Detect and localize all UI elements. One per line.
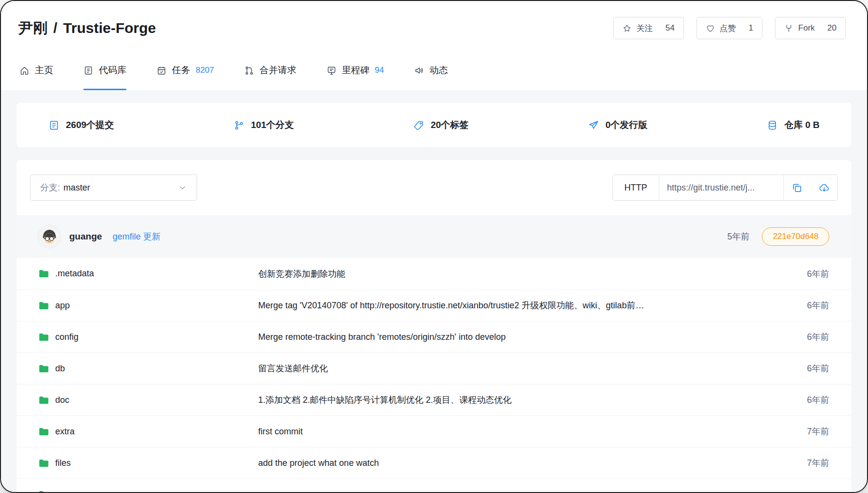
stat-commits[interactable]: 2609个提交 xyxy=(48,119,114,131)
stat-commits-label: 2609个提交 xyxy=(66,119,114,131)
file-row[interactable]: extra first commit 7年前 xyxy=(16,415,852,447)
tab-merge-requests[interactable]: 合并请求 xyxy=(244,50,296,90)
folder-icon xyxy=(38,426,49,437)
file-name[interactable]: files xyxy=(55,458,71,468)
stat-releases-label: 0个发行版 xyxy=(605,119,648,131)
file-row[interactable]: config Merge remote-tracking branch 'rem… xyxy=(16,321,852,352)
file-name[interactable]: extra xyxy=(55,427,75,437)
file-name[interactable]: .metadata xyxy=(55,269,94,279)
tab-code-label: 代码库 xyxy=(99,64,126,77)
latest-commit-bar: guange gemfile 更新 5年前 221e70d648 xyxy=(16,215,852,258)
file-list: .metadata 创新竞赛添加删除功能 6年前 app Merge tag '… xyxy=(16,258,852,492)
tab-merge-requests-label: 合并请求 xyxy=(260,64,296,77)
praise-count: 1 xyxy=(749,23,753,33)
stat-releases[interactable]: 0个发行版 xyxy=(588,119,648,131)
branch-selector[interactable]: 分支: master xyxy=(30,175,197,201)
tab-milestones[interactable]: 里程碑 94 xyxy=(326,50,384,90)
download-button[interactable] xyxy=(810,175,837,200)
file-name-cell[interactable]: db xyxy=(38,363,258,374)
branch-value: master xyxy=(63,183,90,193)
stat-tags-label: 20个标签 xyxy=(431,119,468,131)
repo-tabs: 主页 代码库 任务 8207 合并请求 里程碑 94 xyxy=(1,50,867,90)
file-commit-time: 7年前 xyxy=(790,457,829,469)
stat-tags[interactable]: 20个标签 xyxy=(413,119,468,131)
praise-button[interactable]: 点赞 1 xyxy=(697,17,762,39)
file-name-cell[interactable]: doc xyxy=(38,395,258,406)
stat-repo-size-label: 仓库 0 B xyxy=(784,119,820,131)
folder-icon xyxy=(38,458,49,469)
file-commit-message[interactable]: 创新竞赛添加删除功能 xyxy=(258,268,790,280)
cloud-download-icon xyxy=(819,182,830,193)
file-commit-time: 7年前 xyxy=(790,426,829,437)
file-commit-time: 6年前 xyxy=(790,268,829,280)
file-row[interactable]: files add the project what one watch 7年前 xyxy=(16,447,852,478)
tab-milestones-count: 94 xyxy=(375,65,384,75)
file-commit-time: 6年前 xyxy=(790,363,829,374)
file-commit-time: 6年前 xyxy=(790,394,829,406)
file-commit-message[interactable]: Merge remote-tracking branch 'remotes/or… xyxy=(258,332,790,342)
commit-author[interactable]: guange xyxy=(69,231,102,242)
copy-url-button[interactable] xyxy=(783,175,810,200)
tab-issues-count: 8207 xyxy=(196,65,214,75)
repo-owner-link[interactable]: 尹刚 xyxy=(18,18,47,38)
commit-hash-badge[interactable]: 221e70d648 xyxy=(762,227,829,246)
file-name[interactable]: app xyxy=(55,301,70,311)
activity-icon xyxy=(414,65,424,76)
file-commit-message[interactable]: add the project what one watch xyxy=(258,458,790,468)
file-commit-message[interactable]: Merge tag 'V20140708' of http://reposito… xyxy=(258,300,790,311)
file-name-cell[interactable] xyxy=(38,489,258,493)
folder-icon xyxy=(38,300,49,311)
tab-issues[interactable]: 任务 8207 xyxy=(156,50,214,90)
file-name-cell[interactable]: extra xyxy=(38,426,258,437)
tag-icon xyxy=(413,120,424,131)
file-name[interactable]: config xyxy=(55,332,78,342)
file-browser-card: 分支: master HTTP xyxy=(16,160,852,492)
protocol-button[interactable]: HTTP xyxy=(613,175,659,200)
file-row[interactable]: doc 1.添加文档 2.邮件中缺陷序号计算机制优化 2.项目、课程动态优化 6… xyxy=(16,384,852,415)
stat-branches[interactable]: 101个分支 xyxy=(233,119,294,131)
tab-home[interactable]: 主页 xyxy=(19,50,53,90)
praise-label: 点赞 xyxy=(720,23,736,34)
stat-branches-label: 101个分支 xyxy=(251,119,294,131)
file-commit-message[interactable]: first commit xyxy=(258,427,790,437)
fork-button[interactable]: Fork 20 xyxy=(775,17,846,39)
tab-home-label: 主页 xyxy=(35,64,53,77)
tab-code[interactable]: 代码库 xyxy=(83,50,126,90)
file-name-cell[interactable]: .metadata xyxy=(38,268,258,279)
file-name-cell[interactable]: app xyxy=(38,300,258,311)
avatar[interactable] xyxy=(38,225,61,248)
repo-page-window: 尹刚 / Trustie-Forge 关注 54 点赞 1 xyxy=(0,0,868,493)
star-icon xyxy=(622,24,632,33)
home-icon xyxy=(19,65,30,76)
watch-label: 关注 xyxy=(636,23,653,34)
repo-name-link[interactable]: Trustie-Forge xyxy=(63,20,156,36)
watch-button[interactable]: 关注 54 xyxy=(613,17,684,39)
branch-label: 分支: xyxy=(40,182,60,193)
header: 尹刚 / Trustie-Forge 关注 54 点赞 1 xyxy=(1,1,867,50)
tab-issues-label: 任务 xyxy=(172,64,190,77)
clone-url-input[interactable] xyxy=(659,175,783,200)
file-name[interactable]: doc xyxy=(55,395,69,405)
branch-icon xyxy=(233,120,245,131)
commit-message-link[interactable]: gemfile 更新 xyxy=(113,231,161,242)
file-commit-message[interactable]: 留言发送邮件优化 xyxy=(258,363,790,374)
milestone-icon xyxy=(326,65,337,76)
file-row[interactable]: .metadata 创新竞赛添加删除功能 6年前 xyxy=(16,258,852,289)
file-row[interactable]: app Merge tag 'V20140708' of http://repo… xyxy=(16,289,852,321)
header-actions: 关注 54 点赞 1 Fork 20 xyxy=(613,17,846,39)
file-name-cell[interactable]: config xyxy=(38,332,258,343)
title-separator: / xyxy=(53,20,57,36)
file-row-partial[interactable] xyxy=(16,478,852,492)
file-name[interactable]: db xyxy=(55,364,65,374)
tab-activity[interactable]: 动态 xyxy=(414,50,448,90)
commit-icon xyxy=(48,120,60,131)
file-commit-message[interactable]: 1.添加文档 2.邮件中缺陷序号计算机制优化 2.项目、课程动态优化 xyxy=(258,394,790,406)
database-icon xyxy=(767,120,778,131)
repo-stats-bar: 2609个提交 101个分支 20个标签 0个发行版 xyxy=(16,103,852,147)
tab-activity-label: 动态 xyxy=(430,64,448,77)
file-name-cell[interactable]: files xyxy=(38,458,258,469)
stat-repo-size[interactable]: 仓库 0 B xyxy=(767,119,820,131)
file-row[interactable]: db 留言发送邮件优化 6年前 xyxy=(16,352,852,384)
repo-icon xyxy=(83,65,93,76)
fork-icon xyxy=(784,24,793,33)
